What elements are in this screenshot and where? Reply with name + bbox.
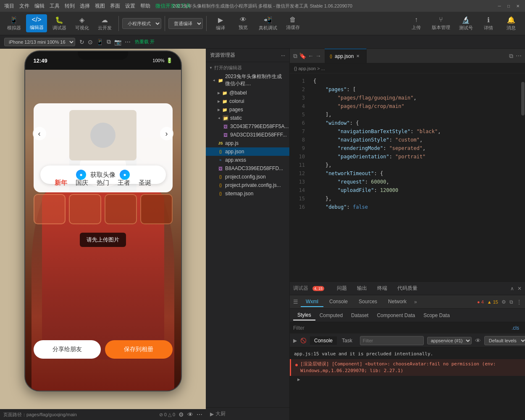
menu-tool[interactable]: 工具	[50, 3, 60, 10]
template-item-2[interactable]	[69, 194, 101, 224]
appjson-tab[interactable]: {} app.json ✕	[325, 49, 367, 63]
settings-icon[interactable]: ⚙	[178, 411, 184, 418]
minimize-button[interactable]: ─	[496, 3, 502, 9]
appjs-file[interactable]: JS app.js	[206, 139, 289, 147]
debug-tab-quality[interactable]: 代码质量	[393, 283, 422, 294]
menu-edit[interactable]: 编辑	[34, 3, 45, 10]
styles-tab-scopedata[interactable]: Scope Data	[419, 311, 454, 320]
sitemap-file[interactable]: {} sitemap.json	[206, 189, 289, 198]
message-button[interactable]: 🔔 消息	[501, 14, 522, 33]
babel-folder[interactable]: ▶ 📁 @babel	[206, 89, 289, 97]
editor-content[interactable]: 12345 678910 1112131415 16 { "pages": [ …	[290, 74, 525, 281]
devtools-settings-icon[interactable]: ⚙	[501, 299, 506, 305]
split-view-icon[interactable]: ⧉	[509, 52, 513, 60]
menu-goto[interactable]: 转到	[65, 3, 75, 10]
project-root[interactable]: ▼ 📁 2023兔年头像框制作生成微信小程....	[206, 72, 289, 89]
editor-button[interactable]: </> 编辑器	[26, 14, 47, 32]
dual-icon[interactable]: ⧉	[107, 38, 111, 45]
open-editors-header[interactable]: ▼ 打开的编辑器	[206, 62, 289, 72]
tab-guoqing[interactable]: 国庆	[76, 179, 88, 187]
console-clear-icon[interactable]: 🚫	[300, 338, 307, 344]
bookmark-icon[interactable]: 🔖	[299, 52, 306, 59]
debugger-button[interactable]: 🐛 调试器	[49, 14, 70, 33]
next-arrow[interactable]: ›	[160, 127, 173, 140]
filetree-more-icon[interactable]: ···	[281, 52, 285, 58]
nav-back-icon[interactable]: ←	[308, 52, 314, 59]
upload-button[interactable]: ↑ 上传	[406, 14, 427, 32]
appwxss-file[interactable]: ≈ app.wxss	[206, 156, 289, 164]
console-run-icon[interactable]: ▶	[293, 338, 297, 344]
close-debugger-icon[interactable]: ✕	[517, 286, 522, 291]
split-icon[interactable]: ⧉	[293, 52, 297, 60]
simulator-button[interactable]: 📱 模拟器	[3, 14, 24, 33]
tab-shengdan[interactable]: 圣诞	[139, 179, 151, 187]
tab-wangzhe[interactable]: 王者	[118, 179, 130, 187]
mode-select[interactable]: 小程序模式	[122, 18, 161, 29]
filter-input[interactable]	[293, 325, 509, 331]
debug-tab-output[interactable]: 输出	[353, 283, 371, 294]
visual-button[interactable]: ◈ 可视化	[71, 14, 92, 33]
menu-file[interactable]: 文件	[19, 3, 29, 10]
template-item-3[interactable]	[105, 194, 137, 224]
projectprivate-file[interactable]: {} project.private.config.js...	[206, 181, 289, 189]
device-select[interactable]: iPhone 12/13 mini 100% 16	[4, 38, 75, 46]
menu-select[interactable]: 选择	[80, 3, 90, 10]
more-tabs-icon[interactable]: ⋯	[516, 52, 522, 59]
ctab-console[interactable]: Console	[310, 336, 337, 345]
menu-project[interactable]: 项目	[4, 3, 14, 10]
menu-interface[interactable]: 界面	[110, 3, 120, 10]
eye-filter-icon[interactable]: 👁	[475, 337, 481, 344]
cloud-button[interactable]: ☁ 云开发	[94, 14, 115, 33]
close-button[interactable]: ✕	[515, 3, 521, 9]
img3-file[interactable]: 🖼 B8AADC3396ED58FFD...	[206, 164, 289, 173]
collapse-debugger-icon[interactable]: ∧	[510, 286, 514, 291]
rotate-icon[interactable]: ↻	[79, 39, 84, 45]
scrollbar-thumb[interactable]	[521, 82, 525, 116]
devtools-tab-network[interactable]: Network	[383, 297, 412, 307]
tab-xinnian[interactable]: 新年	[55, 179, 67, 187]
share-button[interactable]: 分享给朋友	[34, 340, 101, 359]
menu-view[interactable]: 视图	[95, 3, 105, 10]
filter-cls-button[interactable]: .cls	[509, 324, 522, 332]
phone-icon[interactable]: 📱	[96, 39, 103, 45]
level-select[interactable]: Default levels	[484, 336, 525, 345]
styles-tab-computed[interactable]: Computed	[315, 311, 347, 320]
styles-tab-styles[interactable]: Styles	[293, 310, 315, 320]
debug-tab-terminal[interactable]: 终端	[373, 283, 391, 294]
devtools-tab-sources[interactable]: Sources	[354, 297, 382, 307]
console-filter-input[interactable]	[360, 336, 424, 345]
prev-arrow[interactable]: ‹	[33, 127, 46, 140]
devtools-layout-icon[interactable]: ⧉	[509, 299, 513, 305]
projectconfig-file[interactable]: {} project.config.json	[206, 173, 289, 181]
realtest-button[interactable]: 📲 真机调试	[255, 14, 281, 33]
preview-button[interactable]: 👁 预览	[233, 14, 254, 32]
expand-error-icon[interactable]: ▶	[290, 376, 525, 383]
template-item-1[interactable]	[34, 194, 66, 224]
more-icon[interactable]: ⋯	[125, 39, 131, 45]
devtools-tab-console[interactable]: Console	[324, 297, 353, 307]
test-button[interactable]: 🔬 测试号	[455, 14, 476, 33]
clearcache-button[interactable]: 🗑 清缓存	[282, 14, 303, 32]
nav-forward-icon[interactable]: →	[315, 52, 321, 59]
tab-close-icon[interactable]: ✕	[356, 54, 360, 58]
static-folder[interactable]: ▼ 📁 static	[206, 114, 289, 122]
debug-tab-issues[interactable]: 问题	[333, 283, 351, 294]
menu-help[interactable]: 帮助	[140, 3, 150, 10]
devtools-menu-icon[interactable]: ☰	[293, 299, 298, 305]
compile-select[interactable]: 普通编译	[168, 18, 203, 29]
styles-tab-dataset[interactable]: Dataset	[347, 311, 373, 320]
ctab-task[interactable]: Task	[338, 336, 357, 345]
img2-file[interactable]: 🖼 9AD3CD3196ED58FFF...	[206, 131, 289, 139]
compile-button[interactable]: ▶ 编译	[210, 14, 231, 33]
hot-reload-label[interactable]: 热重载 开	[135, 39, 155, 45]
version-button[interactable]: ⑂ 版本管理	[428, 14, 454, 32]
code-editor[interactable]: { "pages": [ "pages/flag/guoqing/main", …	[307, 74, 521, 281]
devtools-more2-icon[interactable]: ⋮	[517, 299, 522, 305]
detail-button[interactable]: ℹ 详情	[478, 14, 499, 33]
menu-settings[interactable]: 设置	[125, 3, 135, 10]
devtools-tab-wxml[interactable]: Wxml	[301, 297, 323, 307]
appservice-select[interactable]: appservice (#1)	[427, 337, 472, 344]
styles-tab-componentdata[interactable]: Component Data	[373, 311, 419, 320]
maximize-button[interactable]: □	[506, 3, 512, 9]
camera-icon[interactable]: 📷	[114, 39, 121, 45]
